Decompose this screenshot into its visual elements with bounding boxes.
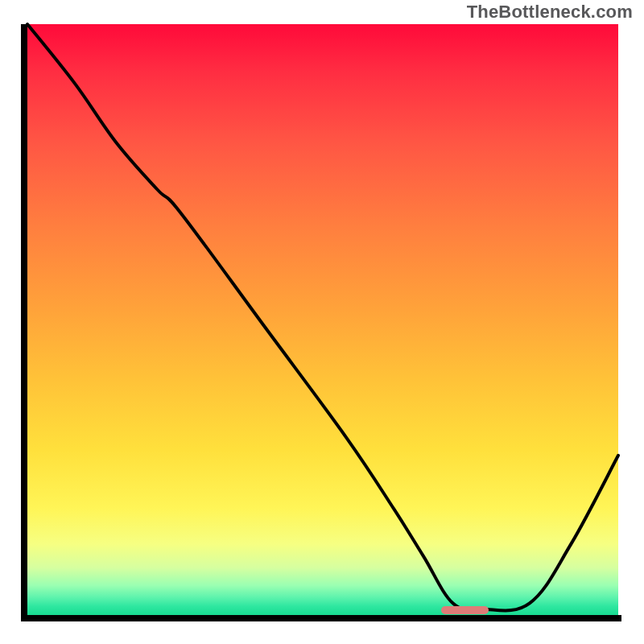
chart-wrapper: TheBottleneck.com (0, 0, 644, 644)
curve-layer (27, 24, 618, 615)
y-axis (21, 24, 27, 618)
x-axis (21, 615, 621, 621)
bottleneck-curve (27, 24, 618, 610)
plot-area (27, 24, 618, 615)
optimal-range-marker (441, 606, 489, 614)
watermark-text: TheBottleneck.com (467, 2, 633, 23)
